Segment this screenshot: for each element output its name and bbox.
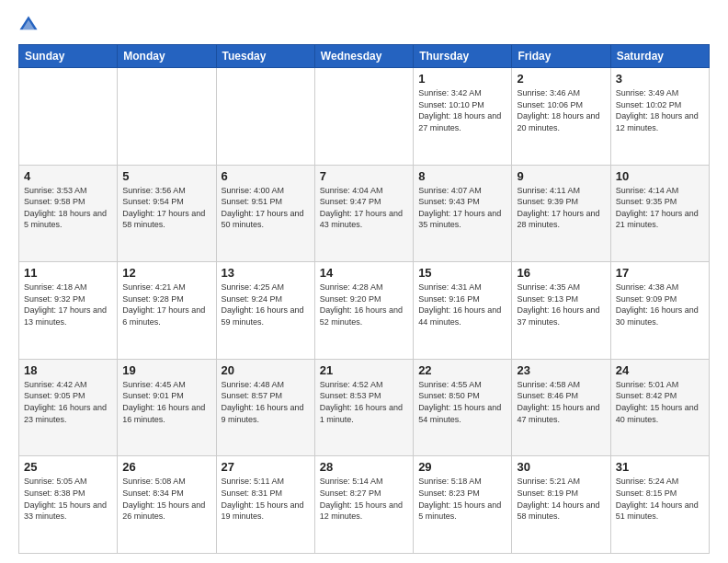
day-number: 22 <box>418 363 506 377</box>
logo <box>18 15 42 35</box>
day-info: Sunrise: 5:11 AM Sunset: 8:31 PM Dayligh… <box>222 476 310 522</box>
day-number: 29 <box>418 460 506 474</box>
calendar-cell: 12Sunrise: 4:21 AM Sunset: 9:28 PM Dayli… <box>118 262 216 360</box>
day-info: Sunrise: 3:56 AM Sunset: 9:54 PM Dayligh… <box>122 185 210 231</box>
day-info: Sunrise: 4:21 AM Sunset: 9:28 PM Dayligh… <box>122 282 210 327</box>
calendar-cell: 1Sunrise: 3:42 AM Sunset: 10:10 PM Dayli… <box>414 68 512 166</box>
weekday-header-thursday: Thursday <box>414 45 512 68</box>
day-number: 14 <box>320 266 408 280</box>
day-number: 25 <box>24 460 112 474</box>
calendar-cell: 22Sunrise: 4:55 AM Sunset: 8:50 PM Dayli… <box>414 359 512 456</box>
calendar-cell <box>19 68 118 166</box>
header <box>18 15 710 35</box>
day-number: 12 <box>122 266 210 280</box>
calendar-week-row: 11Sunrise: 4:18 AM Sunset: 9:32 PM Dayli… <box>19 262 710 360</box>
calendar-cell: 10Sunrise: 4:14 AM Sunset: 9:35 PM Dayli… <box>610 165 709 262</box>
day-number: 7 <box>320 169 408 183</box>
day-info: Sunrise: 5:24 AM Sunset: 8:15 PM Dayligh… <box>616 476 704 522</box>
calendar-cell: 16Sunrise: 4:35 AM Sunset: 9:13 PM Dayli… <box>512 262 610 360</box>
calendar-table: SundayMondayTuesdayWednesdayThursdayFrid… <box>18 44 710 554</box>
day-number: 27 <box>222 460 310 474</box>
calendar-cell: 23Sunrise: 4:58 AM Sunset: 8:46 PM Dayli… <box>512 359 610 456</box>
weekday-header-wednesday: Wednesday <box>314 45 413 68</box>
day-number: 2 <box>517 72 605 86</box>
day-info: Sunrise: 5:14 AM Sunset: 8:27 PM Dayligh… <box>320 476 408 522</box>
day-number: 20 <box>222 363 310 377</box>
day-number: 8 <box>418 169 506 183</box>
day-info: Sunrise: 5:08 AM Sunset: 8:34 PM Dayligh… <box>122 476 210 522</box>
calendar-week-row: 4Sunrise: 3:53 AM Sunset: 9:58 PM Daylig… <box>19 165 710 262</box>
day-number: 30 <box>517 460 605 474</box>
day-info: Sunrise: 4:25 AM Sunset: 9:24 PM Dayligh… <box>222 282 310 327</box>
calendar-week-row: 1Sunrise: 3:42 AM Sunset: 10:10 PM Dayli… <box>19 68 710 166</box>
day-info: Sunrise: 5:21 AM Sunset: 8:19 PM Dayligh… <box>517 476 605 522</box>
day-number: 3 <box>616 72 704 86</box>
day-number: 4 <box>24 169 112 183</box>
calendar-cell: 19Sunrise: 4:45 AM Sunset: 9:01 PM Dayli… <box>118 359 216 456</box>
day-number: 15 <box>418 266 506 280</box>
calendar-cell: 18Sunrise: 4:42 AM Sunset: 9:05 PM Dayli… <box>19 359 118 456</box>
calendar-cell: 8Sunrise: 4:07 AM Sunset: 9:43 PM Daylig… <box>414 165 512 262</box>
calendar-cell: 9Sunrise: 4:11 AM Sunset: 9:39 PM Daylig… <box>512 165 610 262</box>
calendar-cell: 7Sunrise: 4:04 AM Sunset: 9:47 PM Daylig… <box>314 165 413 262</box>
calendar-cell <box>314 68 413 166</box>
day-info: Sunrise: 5:18 AM Sunset: 8:23 PM Dayligh… <box>418 476 506 522</box>
calendar-cell: 29Sunrise: 5:18 AM Sunset: 8:23 PM Dayli… <box>414 456 512 554</box>
day-info: Sunrise: 4:48 AM Sunset: 8:57 PM Dayligh… <box>222 379 310 425</box>
day-number: 28 <box>320 460 408 474</box>
day-info: Sunrise: 3:46 AM Sunset: 10:06 PM Daylig… <box>517 87 605 133</box>
day-info: Sunrise: 4:42 AM Sunset: 9:05 PM Dayligh… <box>24 379 112 425</box>
day-info: Sunrise: 4:31 AM Sunset: 9:16 PM Dayligh… <box>418 282 506 327</box>
weekday-header-row: SundayMondayTuesdayWednesdayThursdayFrid… <box>19 45 710 68</box>
weekday-header-saturday: Saturday <box>610 45 709 68</box>
day-number: 26 <box>122 460 210 474</box>
day-info: Sunrise: 4:07 AM Sunset: 9:43 PM Dayligh… <box>418 185 506 231</box>
weekday-header-sunday: Sunday <box>19 45 118 68</box>
day-number: 10 <box>616 169 704 183</box>
day-number: 31 <box>616 460 704 474</box>
calendar-cell: 25Sunrise: 5:05 AM Sunset: 8:38 PM Dayli… <box>19 456 118 554</box>
day-info: Sunrise: 4:58 AM Sunset: 8:46 PM Dayligh… <box>517 379 605 425</box>
calendar-cell: 15Sunrise: 4:31 AM Sunset: 9:16 PM Dayli… <box>414 262 512 360</box>
calendar-cell: 28Sunrise: 5:14 AM Sunset: 8:27 PM Dayli… <box>314 456 413 554</box>
calendar-cell: 27Sunrise: 5:11 AM Sunset: 8:31 PM Dayli… <box>216 456 314 554</box>
day-info: Sunrise: 5:05 AM Sunset: 8:38 PM Dayligh… <box>24 476 112 522</box>
day-info: Sunrise: 4:14 AM Sunset: 9:35 PM Dayligh… <box>616 185 704 231</box>
day-info: Sunrise: 3:53 AM Sunset: 9:58 PM Dayligh… <box>24 185 112 231</box>
weekday-header-friday: Friday <box>512 45 610 68</box>
day-number: 18 <box>24 363 112 377</box>
weekday-header-monday: Monday <box>118 45 216 68</box>
calendar-cell <box>216 68 314 166</box>
day-info: Sunrise: 4:38 AM Sunset: 9:09 PM Dayligh… <box>616 282 704 327</box>
calendar-cell: 30Sunrise: 5:21 AM Sunset: 8:19 PM Dayli… <box>512 456 610 554</box>
day-info: Sunrise: 5:01 AM Sunset: 8:42 PM Dayligh… <box>616 379 704 425</box>
calendar-cell: 6Sunrise: 4:00 AM Sunset: 9:51 PM Daylig… <box>216 165 314 262</box>
day-info: Sunrise: 4:52 AM Sunset: 8:53 PM Dayligh… <box>320 379 408 425</box>
calendar-week-row: 18Sunrise: 4:42 AM Sunset: 9:05 PM Dayli… <box>19 359 710 456</box>
calendar-cell: 26Sunrise: 5:08 AM Sunset: 8:34 PM Dayli… <box>118 456 216 554</box>
day-number: 5 <box>122 169 210 183</box>
day-info: Sunrise: 4:35 AM Sunset: 9:13 PM Dayligh… <box>517 282 605 327</box>
day-info: Sunrise: 4:18 AM Sunset: 9:32 PM Dayligh… <box>24 282 112 327</box>
calendar-cell: 17Sunrise: 4:38 AM Sunset: 9:09 PM Dayli… <box>610 262 709 360</box>
calendar-cell: 31Sunrise: 5:24 AM Sunset: 8:15 PM Dayli… <box>610 456 709 554</box>
day-number: 16 <box>517 266 605 280</box>
calendar-cell: 3Sunrise: 3:49 AM Sunset: 10:02 PM Dayli… <box>610 68 709 166</box>
calendar-cell: 2Sunrise: 3:46 AM Sunset: 10:06 PM Dayli… <box>512 68 610 166</box>
calendar-cell: 14Sunrise: 4:28 AM Sunset: 9:20 PM Dayli… <box>314 262 413 360</box>
day-info: Sunrise: 4:55 AM Sunset: 8:50 PM Dayligh… <box>418 379 506 425</box>
day-number: 1 <box>418 72 506 86</box>
calendar-cell <box>118 68 216 166</box>
day-number: 17 <box>616 266 704 280</box>
day-number: 11 <box>24 266 112 280</box>
day-number: 23 <box>517 363 605 377</box>
calendar-cell: 4Sunrise: 3:53 AM Sunset: 9:58 PM Daylig… <box>19 165 118 262</box>
day-info: Sunrise: 4:00 AM Sunset: 9:51 PM Dayligh… <box>222 185 310 231</box>
calendar-cell: 20Sunrise: 4:48 AM Sunset: 8:57 PM Dayli… <box>216 359 314 456</box>
calendar-cell: 11Sunrise: 4:18 AM Sunset: 9:32 PM Dayli… <box>19 262 118 360</box>
day-number: 6 <box>222 169 310 183</box>
weekday-header-tuesday: Tuesday <box>216 45 314 68</box>
calendar-cell: 13Sunrise: 4:25 AM Sunset: 9:24 PM Dayli… <box>216 262 314 360</box>
logo-icon <box>18 15 39 35</box>
calendar-cell: 5Sunrise: 3:56 AM Sunset: 9:54 PM Daylig… <box>118 165 216 262</box>
